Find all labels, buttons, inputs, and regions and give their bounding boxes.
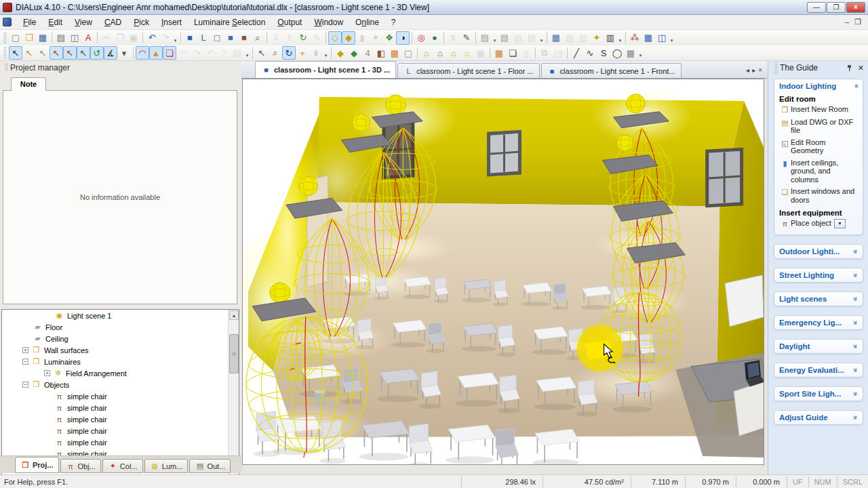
key-icon[interactable]: ✦ bbox=[590, 31, 604, 45]
panel-tab-colours[interactable]: ✦Col... bbox=[102, 459, 143, 473]
tree-item-field-arrangement[interactable]: +✲Field Arrangement bbox=[2, 367, 239, 379]
expand-chevron-icon[interactable]: » bbox=[852, 415, 860, 420]
protractor-icon[interactable]: ◠ bbox=[136, 46, 149, 60]
guide-section-street-lighting[interactable]: Street Lighting» bbox=[774, 268, 863, 283]
guide-item-edit-room-geometry[interactable]: ◱Edit Room Geometry bbox=[779, 138, 858, 155]
room-green-icon[interactable]: ◆ bbox=[347, 46, 361, 60]
mdi-minimize-button[interactable]: – bbox=[845, 18, 849, 26]
orbit-icon[interactable]: ↻ bbox=[282, 46, 296, 60]
table4-icon-dropdown[interactable]: ▾ bbox=[538, 31, 545, 45]
curve-icon[interactable]: ◑ bbox=[396, 31, 410, 45]
menu-online[interactable]: Online bbox=[349, 16, 385, 28]
pan-icon[interactable]: + bbox=[296, 46, 309, 60]
calc-grid-icon[interactable]: ◎ bbox=[414, 31, 428, 45]
tree-item-simple-chair[interactable]: πsimple chair bbox=[2, 425, 239, 436]
expand-chevron-icon[interactable]: » bbox=[852, 273, 860, 277]
false-colors-icon[interactable]: ❖ bbox=[382, 31, 396, 45]
guide-section-adjust-guide[interactable]: Adjust Guide» bbox=[774, 410, 863, 425]
redo-icon-dropdown[interactable]: ▾ bbox=[172, 31, 178, 45]
cad-plan-icon[interactable]: L bbox=[197, 31, 210, 45]
guide-section-outdoor-lighti-[interactable]: Outdoor Lighti...» bbox=[774, 244, 863, 259]
measure-icon[interactable]: ∡ bbox=[104, 46, 117, 60]
guide-section-light-scenes[interactable]: Light scenes» bbox=[774, 291, 863, 306]
tree-expander-icon[interactable]: + bbox=[44, 370, 50, 376]
guide-section-sport-site-ligh-[interactable]: Sport Site Ligh...» bbox=[774, 386, 863, 401]
place-object-dropdown[interactable]: ▼ bbox=[834, 219, 846, 228]
panel-tab-objects[interactable]: πObj... bbox=[60, 459, 101, 473]
pdf-export-icon[interactable]: A bbox=[81, 31, 95, 45]
circle-icon[interactable]: ◯ bbox=[610, 46, 624, 60]
document-tab[interactable]: ■classroom - Light scene 1 - 3D ... bbox=[255, 61, 396, 78]
calculator-icon[interactable]: ▦ bbox=[549, 31, 563, 45]
pen-icon[interactable]: ✎ bbox=[460, 31, 473, 45]
tree-item-objects[interactable]: −❒Objects bbox=[2, 379, 239, 390]
guide-close-icon[interactable]: ✕ bbox=[858, 64, 864, 73]
wall-gold-icon[interactable]: ⌂ bbox=[460, 46, 474, 60]
tab-note[interactable]: Note bbox=[11, 77, 46, 91]
select-room-icon[interactable]: ↖ bbox=[9, 46, 22, 60]
columns-view-icon-dropdown[interactable]: ▾ bbox=[669, 31, 675, 45]
menu-pick[interactable]: Pick bbox=[127, 16, 155, 28]
menu-insert[interactable]: Insert bbox=[155, 16, 188, 28]
tab-close-icon[interactable]: × bbox=[758, 66, 762, 74]
menu-edit[interactable]: Edit bbox=[42, 16, 68, 28]
walk-icon-dropdown[interactable]: ▾ bbox=[323, 46, 329, 60]
save-icon[interactable]: ▦ bbox=[36, 31, 50, 45]
guide-section-emergency-lig-[interactable]: Emergency Lig...» bbox=[774, 315, 863, 330]
output-film-icon[interactable]: ▥ bbox=[604, 31, 617, 45]
collapse-chevron-icon[interactable]: » bbox=[852, 84, 860, 88]
cad-cube-icon[interactable]: ■ bbox=[183, 31, 197, 45]
minimize-button[interactable]: — bbox=[807, 2, 826, 13]
menu-view[interactable]: View bbox=[68, 16, 98, 28]
select-gray-icon[interactable]: ↖ bbox=[36, 46, 50, 60]
tree-expander-icon[interactable]: − bbox=[22, 382, 28, 388]
panel-tab-project[interactable]: ❒Proj... bbox=[15, 457, 59, 473]
daylight-globe-icon[interactable]: ● bbox=[428, 31, 441, 45]
pointer-icon[interactable]: ↖ bbox=[255, 46, 269, 60]
wall-green-icon[interactable]: ⌂ bbox=[433, 46, 447, 60]
tree-item-floor[interactable]: ▰Floor bbox=[2, 321, 239, 333]
scroll-up-icon[interactable]: ▲ bbox=[229, 310, 239, 320]
picture-icon[interactable]: ▦ bbox=[388, 46, 401, 60]
refresh-icon[interactable]: ↻ bbox=[296, 31, 310, 45]
expand-chevron-icon[interactable]: » bbox=[852, 368, 860, 372]
document-tab[interactable]: Lclassroom - Light scene 1 - Floor ... bbox=[397, 63, 539, 78]
table-view-icon[interactable]: ▦ bbox=[642, 31, 655, 45]
panel-tab-output[interactable]: ▤Out... bbox=[189, 459, 231, 473]
select-furniture-icon[interactable]: ↖ bbox=[50, 46, 63, 60]
page-icon[interactable]: ▢ bbox=[401, 46, 415, 60]
3d-viewport[interactable] bbox=[242, 79, 764, 465]
room-brown-icon[interactable]: ◧ bbox=[374, 46, 388, 60]
menu-file[interactable]: File bbox=[17, 16, 42, 28]
note-red-icon[interactable]: ❏ bbox=[163, 46, 176, 60]
drag-grip[interactable] bbox=[774, 62, 778, 73]
guide-item-load-dwg-or-dxf-file[interactable]: ▤Load DWG or DXF file bbox=[779, 118, 858, 135]
window-insert-icon[interactable]: ▦ bbox=[492, 46, 506, 60]
spline-icon[interactable]: S bbox=[597, 46, 610, 60]
cad-box-icon[interactable]: ◻ bbox=[210, 31, 224, 45]
tree-item-luminaires[interactable]: −❒Luminaires bbox=[2, 356, 239, 367]
restore-button[interactable]: ❐ bbox=[827, 2, 846, 13]
expand-chevron-icon[interactable]: » bbox=[852, 249, 860, 253]
select-all-icon[interactable]: ↖ bbox=[77, 46, 90, 60]
print-icon[interactable]: ▤ bbox=[54, 31, 68, 45]
board-icon[interactable]: ❏ bbox=[506, 46, 519, 60]
panel-tab-luminaires[interactable]: ◍Lum... bbox=[144, 459, 189, 473]
zoom-select-icon[interactable]: ↺ bbox=[90, 46, 104, 60]
grid-table-icon[interactable]: ▦ bbox=[624, 46, 637, 60]
room-3d-icon[interactable]: ◆ bbox=[334, 46, 347, 60]
scroll-thumb[interactable] bbox=[229, 334, 239, 373]
guide-section-title[interactable]: Indoor Lighting» bbox=[779, 82, 858, 90]
tree-item-ceiling[interactable]: ▰Ceiling bbox=[2, 333, 239, 344]
open-icon[interactable]: ❒ bbox=[22, 31, 36, 45]
menu-output[interactable]: Output bbox=[271, 16, 308, 28]
menu-window[interactable]: Window bbox=[308, 16, 349, 28]
expand-chevron-icon[interactable]: » bbox=[852, 392, 860, 396]
menu-?[interactable]: ? bbox=[385, 16, 402, 28]
guide-item-insert-ceilings-ground-and-c[interactable]: ▮Insert ceilings, ground, and columns bbox=[779, 159, 858, 184]
expand-chevron-icon[interactable]: » bbox=[852, 344, 860, 348]
tab-scroll-left-icon[interactable]: ◂ bbox=[746, 66, 749, 74]
select-gold-icon[interactable]: ↖ bbox=[22, 46, 36, 60]
tree-expander-icon[interactable]: − bbox=[22, 359, 28, 365]
guide-section-energy-evaluati-[interactable]: Energy Evaluati...» bbox=[774, 363, 863, 378]
